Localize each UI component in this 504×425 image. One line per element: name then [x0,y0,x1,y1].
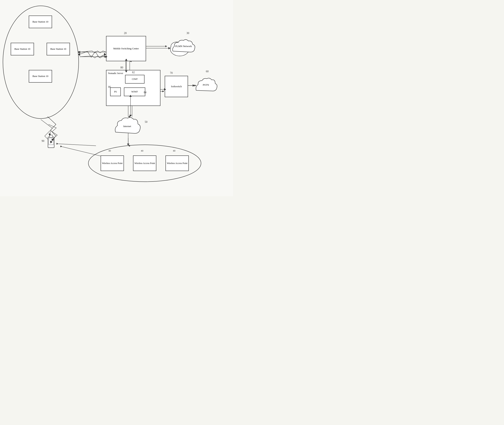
num-60: 60 [206,70,209,73]
base-station-bottom: Base Station 10 [29,70,52,83]
num-90: 90 [42,139,44,143]
ciwf-label: CIWF [132,78,138,81]
base-station-top-label: Base Station 10 [33,20,48,24]
num-80: 80 [120,66,123,69]
ciwf-box: CIWF [125,75,144,84]
wap-3-label: Wireless Access Point [167,162,187,165]
num-40-3: 40 [173,149,175,152]
wap-2-label: Wireless Access Point [134,162,155,165]
base-station-bottom-label: Base Station 10 [33,74,48,78]
svg-marker-55 [78,51,80,53]
mobile-switching-center: Mobile Switching Center [106,36,146,61]
num-50: 50 [145,120,147,124]
num-40-2: 40 [141,149,143,152]
num-40-1: 40 [108,149,111,152]
svg-line-2 [87,52,91,57]
diagram: Base Station 10 Base Station 10 Base Sta… [0,0,233,196]
num-86: 86 [108,86,111,89]
plmn-cloud: PLMN Network [169,36,198,57]
wiwf-box: WIWF [124,87,145,96]
wap-box-1: Wireless Access Point [101,155,124,171]
svg-line-18 [41,120,52,128]
base-station-left: Base Station 10 [11,43,34,55]
svg-marker-6 [78,53,80,56]
internet-cloud: Internet [111,115,144,138]
wap-box-2: Wireless Access Point [133,155,156,171]
base-station-left-label: Base Station 10 [14,47,30,51]
pstn-label: PSTN [203,83,209,87]
pstn-cloud: PSTN [192,75,219,95]
wap-box-3: Wireless Access Point [165,155,189,171]
wiwf-label: WIWF [131,90,138,93]
num-84: 84 [144,91,146,94]
num-70: 70 [170,72,173,75]
svg-line-5 [99,54,105,57]
plmn-label: PLMN Network [175,45,192,48]
base-station-right-label: Base Station 10 [50,47,66,51]
svg-marker-7 [104,53,106,56]
msc-label: Mobile Switching Center [113,47,139,50]
num-20: 20 [124,32,127,35]
phone-svg [46,132,56,149]
base-station-right: Base Station 10 [47,43,70,55]
svg-line-3 [91,52,95,57]
num-82: 82 [132,71,135,74]
ps-box: PS [110,87,121,96]
svg-rect-36 [50,135,52,137]
softswitch-label: Softswitch [171,85,182,88]
internet-label: Internet [123,125,131,128]
mobile-device [46,132,56,149]
wap-1-label: Wireless Access Point [102,162,123,165]
softswitch: Softswitch [165,76,188,97]
svg-rect-34 [48,137,54,148]
ps-label: PS [114,90,117,93]
base-station-top: Base Station 10 [29,16,52,28]
nomadic-server-label: Nomadic Server [108,72,123,75]
num-30: 30 [186,32,189,35]
svg-line-1 [79,52,87,54]
svg-line-4 [95,52,99,57]
